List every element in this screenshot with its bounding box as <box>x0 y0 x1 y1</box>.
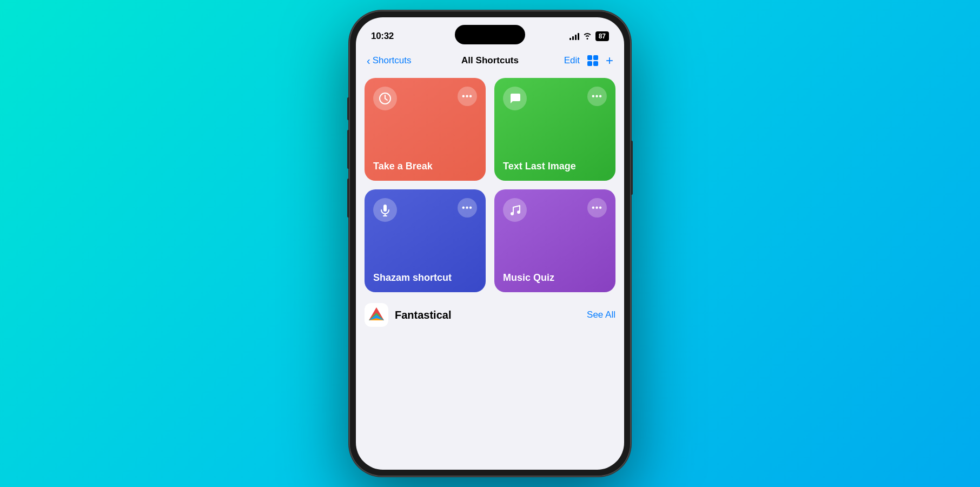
fantastical-icon <box>365 303 388 327</box>
shortcut-card-music-quiz[interactable]: ••• Music Quiz <box>494 189 615 292</box>
status-icons: 87 <box>570 31 609 41</box>
fantastical-row: Fantastical <box>365 303 451 327</box>
music-icon <box>503 198 527 222</box>
volume-up-button <box>347 130 349 169</box>
edit-button[interactable]: Edit <box>564 55 580 66</box>
status-time: 10:32 <box>371 31 394 42</box>
back-label: Shortcuts <box>373 55 412 66</box>
more-dots-icon: ••• <box>462 203 473 213</box>
nav-title: All Shortcuts <box>449 55 531 66</box>
shortcut-card-take-a-break[interactable]: ••• Take a Break <box>365 78 486 181</box>
card-top: ••• <box>373 87 477 110</box>
more-dots-icon: ••• <box>592 203 602 213</box>
card-top: ••• <box>373 198 477 222</box>
svg-point-4 <box>511 212 514 215</box>
nav-actions: Edit + <box>531 54 613 67</box>
battery-icon: 87 <box>595 31 609 41</box>
grid-view-button[interactable] <box>587 55 598 66</box>
add-shortcut-button[interactable]: + <box>606 54 613 67</box>
battery-level: 87 <box>599 32 606 40</box>
shortcuts-grid: ••• Take a Break ••• Text L <box>356 74 624 301</box>
card-top: ••• <box>503 87 607 110</box>
nav-bar: ‹ Shortcuts All Shortcuts Edit + <box>356 50 624 74</box>
shortcut-title-shazam: Shazam shortcut <box>373 272 477 284</box>
mute-button <box>347 97 349 120</box>
more-dots-icon: ••• <box>462 91 473 101</box>
more-dots-icon: ••• <box>592 91 602 101</box>
bottom-section: Fantastical See All <box>356 301 624 327</box>
see-all-button[interactable]: See All <box>587 310 615 320</box>
fantastical-app-name: Fantastical <box>395 309 451 321</box>
card-top: ••• <box>503 198 607 222</box>
svg-point-5 <box>517 210 520 214</box>
shortcut-card-shazam[interactable]: ••• Shazam shortcut <box>365 189 486 292</box>
more-options-button-music-quiz[interactable]: ••• <box>587 198 607 218</box>
svg-rect-1 <box>383 205 387 212</box>
phone-screen: 10:32 87 ‹ <box>356 17 624 470</box>
phone-wrapper: 10:32 87 ‹ <box>349 11 631 476</box>
signal-icon <box>570 32 579 40</box>
shortcut-title-text-last-image: Text Last Image <box>503 161 607 172</box>
shortcut-card-text-last-image[interactable]: ••• Text Last Image <box>494 78 615 181</box>
more-options-button-text-last-image[interactable]: ••• <box>587 87 607 106</box>
power-button <box>631 141 633 195</box>
chat-icon <box>503 87 527 110</box>
wifi-icon <box>582 32 592 41</box>
volume-down-button <box>347 179 349 218</box>
dynamic-island <box>455 25 525 44</box>
back-button[interactable]: ‹ Shortcuts <box>367 55 449 66</box>
more-options-button-take-a-break[interactable]: ••• <box>458 87 477 106</box>
chevron-left-icon: ‹ <box>367 55 370 66</box>
more-options-button-shazam[interactable]: ••• <box>458 198 477 218</box>
microphone-icon <box>373 198 397 222</box>
clock-icon <box>373 87 397 110</box>
shortcut-title-take-a-break: Take a Break <box>373 161 477 172</box>
shortcut-title-music-quiz: Music Quiz <box>503 272 607 284</box>
